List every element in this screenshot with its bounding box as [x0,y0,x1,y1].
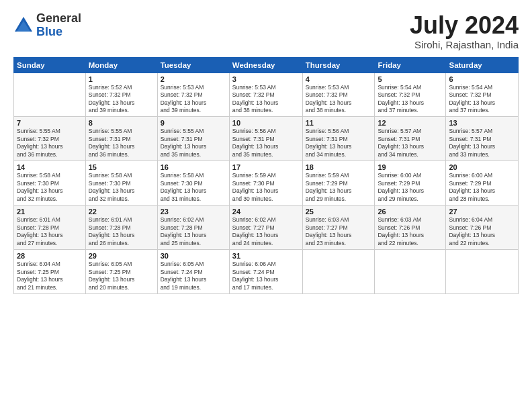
calendar-cell [446,250,519,294]
calendar-cell: 18Sunrise: 5:59 AM Sunset: 7:29 PM Dayli… [302,161,375,205]
day-number: 14 [17,163,83,171]
calendar-cell: 31Sunrise: 6:06 AM Sunset: 7:24 PM Dayli… [229,250,302,294]
calendar-cell: 26Sunrise: 6:03 AM Sunset: 7:26 PM Dayli… [375,205,446,250]
calendar-cell: 30Sunrise: 6:05 AM Sunset: 7:24 PM Dayli… [157,250,229,294]
header: General Blue July 2024 Sirohi, Rajasthan… [13,12,519,50]
calendar-cell: 20Sunrise: 6:00 AM Sunset: 7:29 PM Dayli… [446,161,519,205]
weekday-header: Friday [375,57,446,73]
day-number: 19 [378,163,443,171]
calendar-week-row: 14Sunrise: 5:58 AM Sunset: 7:30 PM Dayli… [14,161,519,205]
calendar-cell: 7Sunrise: 5:55 AM Sunset: 7:32 PM Daylig… [14,117,86,161]
calendar-cell: 19Sunrise: 6:00 AM Sunset: 7:29 PM Dayli… [375,161,446,205]
day-number: 24 [232,208,300,216]
day-info: Sunrise: 5:58 AM Sunset: 7:30 PM Dayligh… [89,172,154,203]
calendar-cell: 17Sunrise: 5:59 AM Sunset: 7:30 PM Dayli… [229,161,302,205]
day-number: 13 [449,119,515,127]
day-info: Sunrise: 6:05 AM Sunset: 7:24 PM Dayligh… [161,261,226,291]
calendar-cell: 9Sunrise: 5:55 AM Sunset: 7:31 PM Daylig… [157,117,229,161]
calendar-week-row: 28Sunrise: 6:04 AM Sunset: 7:25 PM Dayli… [14,250,519,294]
day-info: Sunrise: 6:05 AM Sunset: 7:25 PM Dayligh… [89,261,154,291]
day-info: Sunrise: 5:57 AM Sunset: 7:31 PM Dayligh… [449,128,515,158]
day-info: Sunrise: 6:00 AM Sunset: 7:29 PM Dayligh… [378,172,443,203]
day-info: Sunrise: 5:57 AM Sunset: 7:31 PM Dayligh… [378,128,443,158]
day-number: 27 [449,208,515,216]
day-info: Sunrise: 5:53 AM Sunset: 7:32 PM Dayligh… [161,84,226,115]
calendar-cell: 3Sunrise: 5:53 AM Sunset: 7:32 PM Daylig… [229,73,302,117]
day-number: 10 [232,119,300,127]
day-info: Sunrise: 5:58 AM Sunset: 7:30 PM Dayligh… [161,172,226,203]
day-number: 8 [89,119,154,127]
calendar-cell [14,73,86,117]
day-number: 28 [17,252,83,260]
day-number: 3 [232,75,300,83]
calendar-cell: 2Sunrise: 5:53 AM Sunset: 7:32 PM Daylig… [157,73,229,117]
day-number: 7 [17,119,83,127]
day-number: 22 [89,208,154,216]
day-number: 30 [161,252,226,260]
calendar-cell: 8Sunrise: 5:55 AM Sunset: 7:31 PM Daylig… [85,117,157,161]
day-number: 6 [449,75,515,83]
calendar-cell: 16Sunrise: 5:58 AM Sunset: 7:30 PM Dayli… [157,161,229,205]
calendar-week-row: 1Sunrise: 5:52 AM Sunset: 7:32 PM Daylig… [14,73,519,117]
calendar-cell: 14Sunrise: 5:58 AM Sunset: 7:30 PM Dayli… [14,161,86,205]
weekday-header: Thursday [302,57,375,73]
day-info: Sunrise: 6:01 AM Sunset: 7:28 PM Dayligh… [17,216,83,247]
calendar-cell: 28Sunrise: 6:04 AM Sunset: 7:25 PM Dayli… [14,250,86,294]
calendar-cell: 6Sunrise: 5:54 AM Sunset: 7:32 PM Daylig… [446,73,519,117]
day-number: 1 [89,75,154,83]
day-number: 25 [306,208,372,216]
weekday-header: Wednesday [229,57,302,73]
day-number: 11 [306,119,372,127]
logo-blue: Blue [36,25,62,38]
day-number: 4 [306,75,372,83]
day-number: 12 [378,119,443,127]
day-info: Sunrise: 5:54 AM Sunset: 7:32 PM Dayligh… [449,84,515,115]
day-number: 5 [378,75,443,83]
day-number: 9 [161,119,226,127]
calendar-week-row: 21Sunrise: 6:01 AM Sunset: 7:28 PM Dayli… [14,205,519,250]
calendar-cell: 29Sunrise: 6:05 AM Sunset: 7:25 PM Dayli… [85,250,157,294]
calendar-week-row: 7Sunrise: 5:55 AM Sunset: 7:32 PM Daylig… [14,117,519,161]
day-number: 16 [161,163,226,171]
day-info: Sunrise: 5:59 AM Sunset: 7:29 PM Dayligh… [306,172,372,203]
location: Sirohi, Rajasthan, India [410,39,519,50]
day-info: Sunrise: 6:00 AM Sunset: 7:29 PM Dayligh… [449,172,515,203]
weekday-header: Sunday [14,57,86,73]
day-info: Sunrise: 5:59 AM Sunset: 7:30 PM Dayligh… [232,172,300,203]
calendar-cell: 24Sunrise: 6:02 AM Sunset: 7:27 PM Dayli… [229,205,302,250]
weekday-header: Saturday [446,57,519,73]
day-number: 31 [232,252,300,260]
day-number: 23 [161,208,226,216]
calendar-cell [302,250,375,294]
day-info: Sunrise: 5:56 AM Sunset: 7:31 PM Dayligh… [306,128,372,158]
weekday-header: Monday [85,57,157,73]
day-info: Sunrise: 5:52 AM Sunset: 7:32 PM Dayligh… [89,84,154,115]
calendar-cell: 10Sunrise: 5:56 AM Sunset: 7:31 PM Dayli… [229,117,302,161]
day-number: 2 [161,75,226,83]
calendar-header-row: SundayMondayTuesdayWednesdayThursdayFrid… [14,57,519,73]
calendar-cell: 12Sunrise: 5:57 AM Sunset: 7:31 PM Dayli… [375,117,446,161]
calendar-cell: 1Sunrise: 5:52 AM Sunset: 7:32 PM Daylig… [85,73,157,117]
logo-icon [13,15,34,36]
logo-general: General [36,11,81,25]
calendar-cell: 5Sunrise: 5:54 AM Sunset: 7:32 PM Daylig… [375,73,446,117]
calendar-table: SundayMondayTuesdayWednesdayThursdayFrid… [13,57,519,294]
day-info: Sunrise: 6:02 AM Sunset: 7:28 PM Dayligh… [161,216,226,247]
day-info: Sunrise: 6:01 AM Sunset: 7:28 PM Dayligh… [89,216,154,247]
calendar-cell: 21Sunrise: 6:01 AM Sunset: 7:28 PM Dayli… [14,205,86,250]
day-info: Sunrise: 5:55 AM Sunset: 7:32 PM Dayligh… [17,128,83,158]
day-number: 20 [449,163,515,171]
day-info: Sunrise: 5:56 AM Sunset: 7:31 PM Dayligh… [232,128,300,158]
day-info: Sunrise: 6:04 AM Sunset: 7:25 PM Dayligh… [17,261,83,291]
day-info: Sunrise: 5:58 AM Sunset: 7:30 PM Dayligh… [17,172,83,203]
day-info: Sunrise: 6:06 AM Sunset: 7:24 PM Dayligh… [232,261,300,291]
day-number: 18 [306,163,372,171]
day-info: Sunrise: 6:03 AM Sunset: 7:27 PM Dayligh… [306,216,372,247]
day-number: 21 [17,208,83,216]
calendar-cell: 4Sunrise: 5:53 AM Sunset: 7:32 PM Daylig… [302,73,375,117]
month-title: July 2024 [410,12,519,39]
day-info: Sunrise: 5:53 AM Sunset: 7:32 PM Dayligh… [232,84,300,115]
calendar-cell: 23Sunrise: 6:02 AM Sunset: 7:28 PM Dayli… [157,205,229,250]
day-info: Sunrise: 6:02 AM Sunset: 7:27 PM Dayligh… [232,216,300,247]
day-info: Sunrise: 6:04 AM Sunset: 7:26 PM Dayligh… [449,216,515,247]
